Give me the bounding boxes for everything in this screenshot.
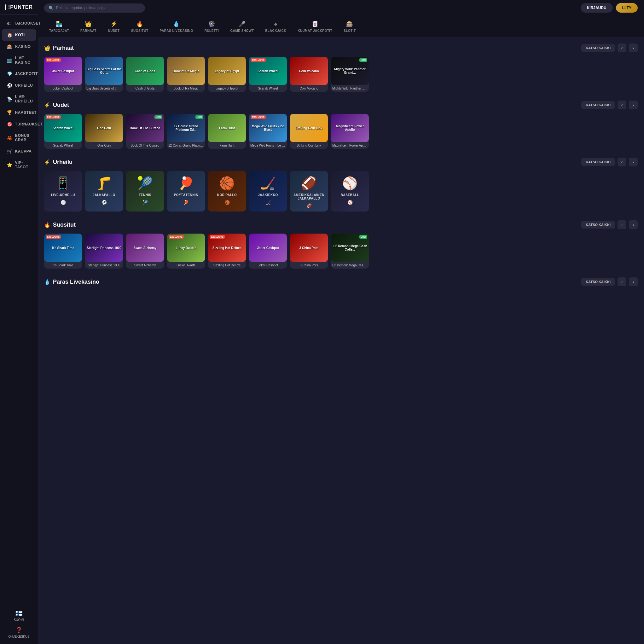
cat-item-ruletti[interactable]: 🎡RULETTI	[200, 18, 224, 35]
game-card-lil-demon[interactable]: UUSI Lil' Demon: Mega Cash Colle... ▶ Li…	[331, 234, 369, 269]
suositut-game-grid: EXCLUSIVE It's Shark Time ▶ It's Shark T…	[44, 234, 638, 269]
register-button[interactable]: LIITY	[616, 3, 638, 13]
game-card-3-china-pots[interactable]: 3 China Pots ▶ 3 China Pots	[290, 234, 328, 269]
sidebar-item-jackpotit[interactable]: 💎JACKPOTIT	[2, 68, 36, 79]
cat-item-paras-livekasino[interactable]: 💧PARAS LIVEKASINO	[155, 18, 198, 35]
cat-item-suositut[interactable]: 🔥SUOSITUT	[126, 18, 154, 35]
sport-card-amerikkalainen[interactable]: 🏈 AMERIKKALAINEN JALKAPALLO 🏈	[290, 171, 328, 212]
sidebar-item-bonus-crab[interactable]: 🦀BONUS CRAB	[2, 130, 36, 145]
game-card-scarab-wheel[interactable]: EXCLUSIVE Scarab Wheel ▶ Scarab Wheel	[249, 57, 287, 92]
sidebar-item-kasino[interactable]: 🎰KASINO	[2, 41, 36, 52]
sidebar-item-haasteet[interactable]: 🏆HAASTEET	[2, 107, 36, 118]
sport-card-live-urheilu[interactable]: 📱 LIVE-URHEILU ⚪	[44, 171, 82, 212]
game-card-mighty-wild[interactable]: UUSI Mighty Wild: Panther Grand... ▶ Mig…	[331, 57, 369, 92]
search-bar[interactable]: 🔍	[44, 3, 145, 13]
sport-card-pyotatennis[interactable]: 🏓 PÖYTÄTENNIS 🏓	[167, 171, 205, 212]
game-card-sweet-alchemy[interactable]: Sweet Alchemy ▶ Sweet Alchemy	[126, 234, 164, 269]
game-label-legacy-egypt: Legacy of Egypt	[208, 85, 246, 92]
suositut-prev[interactable]: ‹	[618, 220, 626, 229]
game-card-one-coin[interactable]: One Coin ▶ One Coin	[85, 114, 123, 149]
cat-item-blackjack[interactable]: ♠BLACKJACK	[260, 18, 291, 35]
urheilu-see-all[interactable]: KATSO KAIKKI	[581, 158, 615, 166]
uudet-prev[interactable]: ‹	[618, 101, 626, 109]
game-thumb-mega-wild-fruits: EXCLUSIVE Mega Wild Fruits - Ice Blast ▶	[249, 114, 287, 142]
game-label-scarab-wheel: Scarab Wheel	[249, 85, 287, 92]
game-card-farm-hunt[interactable]: Farm Hunt ▶ Farm Hunt	[208, 114, 246, 149]
cat-item-kuumat-jackpotit[interactable]: 🃏KUUMAT JACKPOTIT	[293, 18, 337, 35]
game-card-lucky-dwarfs[interactable]: EXCLUSIVE Lucky Dwarfs ▶ Lucky Dwarfs	[167, 234, 205, 269]
game-card-magnificent-power[interactable]: Magnificent Power Apollo ▶ Magnificent P…	[331, 114, 369, 149]
parhaat-next[interactable]: ›	[629, 44, 638, 52]
game-card-legacy-egypt[interactable]: Legacy of Egypt ▶ Legacy of Egypt	[208, 57, 246, 92]
footer-icon-suomi: 🇫🇮	[15, 610, 22, 617]
sidebar-label-jackpotit: JACKPOTIT	[15, 72, 38, 76]
game-card-striking-coin[interactable]: Striking Coin Link ▶ Striking Coin Link	[290, 114, 328, 149]
sidebar: !PUNTER 🏷TARJOUKSET🏠KOTI🎰KASINO📺LIVE-KAS…	[0, 0, 38, 644]
cat-item-parhaat[interactable]: 👑PARHAAT	[75, 18, 102, 35]
sport-card-koripallo[interactable]: 🏀 KORIPALLO 🏀	[208, 171, 246, 212]
sport-sub-icon-amerikkalainen: 🏈	[306, 203, 312, 208]
livekasino-next[interactable]: ›	[629, 277, 638, 286]
game-card-book-of-ra[interactable]: Book of Ra Magic ▶ Book of Ra Magic	[167, 57, 205, 92]
sidebar-item-kauppa[interactable]: 🛒KAUPPA	[2, 146, 36, 157]
cat-icon-game-showt: 🎤	[239, 20, 246, 27]
search-input[interactable]	[56, 6, 141, 10]
game-label-cash-gods: Cash of Gods	[126, 85, 164, 92]
sport-icon-jaakiekko: 🏒	[260, 176, 276, 191]
sidebar-footer-suomi[interactable]: 🇫🇮SUOMI	[0, 607, 38, 624]
sidebar-item-koti[interactable]: 🏠KOTI	[2, 29, 36, 41]
game-card-12-coins[interactable]: UUSI 12 Coins: Grand Platinum Ed... ▶ 12…	[167, 114, 205, 149]
sidebar-item-turnaukset[interactable]: 🎯TURNAUKSET	[2, 119, 36, 130]
sidebar-item-tarjoukset[interactable]: 🏷TARJOUKSET	[2, 18, 36, 29]
logo[interactable]: !PUNTER	[0, 0, 38, 15]
login-button[interactable]: KIRJAUDU	[581, 3, 613, 13]
game-card-joker-cashpot[interactable]: EXCLUSIVE Joker Cashpot ▶ Joker Cashpot	[44, 57, 82, 92]
category-nav: 🏪TARJOAJAT👑PARHAAT⚡UUDET🔥SUOSITUT💧PARAS …	[38, 16, 644, 37]
cat-icon-blackjack: ♠	[274, 21, 277, 27]
livekasino-see-all[interactable]: KATSO KAIKKI	[581, 278, 615, 286]
game-card-coin-volcano[interactable]: Coin Volcano ▶ Coin Volcano	[290, 57, 328, 92]
parhaat-see-all[interactable]: KATSO KAIKKI	[581, 44, 615, 52]
sport-card-jaakiekko[interactable]: 🏒 JÄÄKIEKKO 🏒	[249, 171, 287, 212]
game-card-big-bass[interactable]: Big Bass Secrets of the Gol... ▶ Big Bas…	[85, 57, 123, 92]
suositut-next[interactable]: ›	[629, 220, 638, 229]
game-card-sharks-time[interactable]: EXCLUSIVE It's Shark Time ▶ It's Shark T…	[44, 234, 82, 269]
section-suositut: 🔥 Suositut KATSO KAIKKI ‹ › EXCLUSIVE It…	[44, 220, 638, 269]
urheilu-next[interactable]: ›	[629, 158, 638, 166]
game-card-starlight[interactable]: Starlight Princess 1000 ▶ Starlight Prin…	[85, 234, 123, 269]
sidebar-item-live-kasino[interactable]: 📺LIVE-KASINO	[2, 53, 36, 68]
sport-card-baseball[interactable]: ⚾ BASEBALL ⚾	[331, 171, 369, 212]
game-card-joker-cashpot-2[interactable]: Joker Cashpot ▶ Joker Cashpot	[249, 234, 287, 269]
cat-item-tarjoajat[interactable]: 🏪TARJOAJAT	[44, 18, 74, 35]
sidebar-item-vip-tasot[interactable]: ⭐VIP-TASOT	[2, 157, 36, 172]
game-card-sizzling-hot[interactable]: EXCLUSIVE Sizzling Hot Deluxe ▶ Sizzling…	[208, 234, 246, 269]
sidebar-label-kasino: KASINO	[15, 44, 31, 49]
uudet-see-all[interactable]: KATSO KAIKKI	[581, 101, 615, 109]
section-uudet: ⚡ Uudet KATSO KAIKKI ‹ › EXCLUSIVE Scara…	[44, 101, 638, 149]
uudet-next[interactable]: ›	[629, 101, 638, 109]
game-label-12-coins: 12 Coins: Grand Platinum Ed...	[167, 142, 205, 149]
sidebar-item-urheilu[interactable]: ⚽URHEILU	[2, 80, 36, 91]
game-label-mighty-wild: Mighty Wild: Panther Grand...	[331, 85, 369, 92]
cat-item-slotit[interactable]: 🎰SLOTIT	[339, 18, 361, 35]
sport-card-tennis[interactable]: 🎾 TENNIS 🎾	[126, 171, 164, 212]
cat-item-uudet[interactable]: ⚡UUDET	[103, 18, 125, 35]
urheilu-prev[interactable]: ‹	[618, 158, 626, 166]
game-card-mega-wild-fruits[interactable]: EXCLUSIVE Mega Wild Fruits - Ice Blast ▶…	[249, 114, 287, 149]
game-thumb-text-lucky-dwarfs: Lucky Dwarfs	[174, 245, 197, 251]
urheilu-title-text: Urheilu	[53, 159, 73, 165]
suositut-see-all[interactable]: KATSO KAIKKI	[581, 221, 615, 229]
game-thumb-text-farm-hunt: Farm Hunt	[218, 125, 236, 131]
livekasino-prev[interactable]: ‹	[618, 277, 626, 286]
sport-card-jalkapallo[interactable]: 🦵 JALKAPALLO ⚽	[85, 171, 123, 212]
section-header-urheilu: ⚡ Urheilu KATSO KAIKKI ‹ ›	[44, 158, 638, 166]
cat-item-game-showt[interactable]: 🎤GAME SHOWT	[225, 18, 259, 35]
cat-label-parhaat: PARHAAT	[80, 29, 96, 32]
game-card-cash-gods[interactable]: Cash of Gods ▶ Cash of Gods	[126, 57, 164, 92]
game-card-book-of-cursed[interactable]: UUSI Book Of The Cursed ▶ Book Of The Cu…	[126, 114, 164, 149]
sidebar-item-live-urheilu[interactable]: 📡LIVE-URHEILU	[2, 91, 36, 107]
game-card-scarab-wheel-2[interactable]: EXCLUSIVE Scarab Wheel ▶ Scarab Wheel	[44, 114, 82, 149]
sidebar-footer-ohjekeskus[interactable]: ❓OHJEKESKUS	[0, 624, 38, 641]
sport-sub-icon-koripallo: 🏀	[224, 200, 230, 205]
parhaat-prev[interactable]: ‹	[618, 44, 626, 52]
